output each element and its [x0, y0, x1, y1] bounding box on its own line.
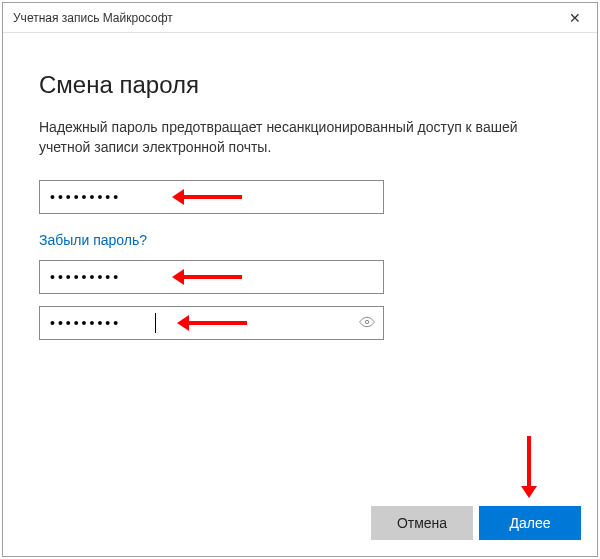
- current-password-block: [39, 180, 561, 214]
- cancel-button[interactable]: Отмена: [371, 506, 473, 540]
- forgot-password-link[interactable]: Забыли пароль?: [39, 232, 147, 248]
- dialog-footer: Отмена Далее: [371, 506, 581, 540]
- new-password-block: [39, 260, 561, 294]
- confirm-password-block: [39, 306, 561, 340]
- window-title: Учетная запись Майкрософт: [13, 11, 552, 25]
- dialog-content: Смена пароля Надежный пароль предотвраща…: [3, 33, 597, 556]
- new-password-input[interactable]: [39, 260, 384, 294]
- dialog-window: Учетная запись Майкрософт ✕ Смена пароля…: [2, 2, 598, 557]
- close-button[interactable]: ✕: [552, 3, 597, 33]
- reveal-password-icon[interactable]: [359, 314, 375, 333]
- page-description: Надежный пароль предотвращает несанкцион…: [39, 117, 561, 158]
- titlebar: Учетная запись Майкрософт ✕: [3, 3, 597, 33]
- svg-point-0: [365, 320, 368, 323]
- page-heading: Смена пароля: [39, 71, 561, 99]
- current-password-input[interactable]: [39, 180, 384, 214]
- close-icon: ✕: [569, 10, 581, 26]
- text-caret: [155, 313, 156, 333]
- confirm-password-input[interactable]: [39, 306, 384, 340]
- next-button[interactable]: Далее: [479, 506, 581, 540]
